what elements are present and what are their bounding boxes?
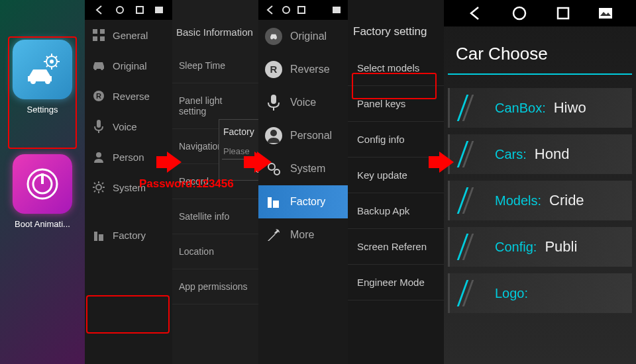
launcher-panel: Settings Boot Animati... — [0, 0, 85, 364]
recent-icon[interactable] — [136, 6, 144, 14]
info-item-sleep-time[interactable]: Sleep Time — [172, 48, 258, 83]
gallery-icon[interactable] — [155, 7, 163, 13]
svg-line-37 — [102, 183, 103, 184]
car-row-logo[interactable]: Logo: — [448, 273, 632, 313]
svg-line-36 — [94, 191, 95, 192]
svg-rect-38 — [94, 232, 97, 241]
svg-rect-51 — [268, 197, 272, 208]
info-item-location[interactable]: Location — [172, 234, 258, 269]
android-nav-bar — [258, 0, 348, 20]
gallery-icon[interactable] — [333, 7, 341, 13]
highlight-box — [8, 36, 77, 149]
person-icon — [265, 127, 282, 144]
sidebar-item-general[interactable]: General — [85, 20, 172, 50]
svg-rect-26 — [97, 120, 101, 128]
gear-icon — [91, 180, 106, 195]
boot-animation-app-label: Boot Animati... — [15, 219, 70, 229]
accent-slash — [462, 187, 474, 214]
sidebar-item-more[interactable]: More — [258, 218, 348, 251]
row-value: Hond — [535, 146, 570, 163]
recent-icon[interactable] — [297, 6, 305, 14]
sidebar-item-personal[interactable]: Personal — [258, 119, 348, 152]
svg-rect-21 — [100, 36, 105, 41]
sidebar-item-label: More — [290, 229, 314, 241]
row-value: Hiwo — [554, 99, 586, 116]
accent-slash — [462, 141, 474, 167]
sidebar-item-reverse[interactable]: RReverse — [85, 81, 172, 111]
svg-point-44 — [274, 38, 276, 40]
svg-point-48 — [270, 130, 277, 136]
accent-slash — [462, 280, 474, 306]
svg-point-29 — [96, 185, 101, 190]
row-label: Models: — [495, 193, 541, 208]
arrow-icon — [257, 152, 272, 173]
info-item-permissions[interactable]: App permissions — [172, 269, 258, 304]
sidebar-item-label: Voice — [290, 97, 316, 109]
row-label: Logo: — [495, 286, 528, 301]
sidebar-item-voice[interactable]: Voice — [85, 111, 172, 142]
car-row-cars[interactable]: Cars:Hond — [448, 134, 632, 174]
grid-icon — [91, 28, 106, 42]
sidebar-item-label: Original — [113, 60, 147, 71]
recent-icon[interactable] — [556, 7, 570, 20]
person-icon — [91, 150, 106, 164]
row-label: Cars: — [495, 147, 527, 162]
settings-sidebar-list: General Original RReverse Voice Person S… — [85, 20, 172, 250]
page-title: Car Choose — [444, 26, 636, 73]
svg-rect-19 — [100, 29, 105, 34]
row-label: CanBox: — [495, 101, 546, 116]
info-item-satellite[interactable]: Satellite info — [172, 199, 258, 234]
svg-text:R: R — [96, 92, 101, 100]
back-icon[interactable] — [95, 5, 104, 15]
sidebar-item-reverse[interactable]: RReverse — [258, 53, 348, 86]
home-icon[interactable] — [511, 5, 527, 21]
svg-point-53 — [513, 7, 525, 19]
panel-title: Basic Information — [172, 0, 258, 48]
android-nav-bar — [444, 0, 636, 26]
sidebar-item-original[interactable]: Original — [85, 50, 172, 81]
factory-item-backup-apk[interactable]: Backup Apk — [348, 193, 444, 229]
svg-line-34 — [94, 183, 95, 184]
sidebar-item-label: Person — [113, 152, 144, 163]
svg-rect-41 — [298, 7, 305, 13]
car-icon — [91, 58, 106, 73]
reverse-icon: R — [265, 61, 282, 78]
factory-item-engineer-mode[interactable]: Engineer Mode — [348, 265, 444, 300]
car-row-canbox[interactable]: CanBox:Hiwo — [448, 88, 632, 128]
sidebar-item-factory[interactable]: Factory — [258, 185, 348, 218]
sidebar-item-factory[interactable]: Factory — [85, 220, 172, 250]
svg-rect-20 — [93, 36, 97, 41]
factory-item-screen-reference[interactable]: Screen Referen — [348, 229, 444, 265]
home-icon[interactable] — [282, 5, 291, 15]
home-icon[interactable] — [115, 5, 125, 15]
gallery-icon[interactable] — [599, 8, 612, 19]
svg-text:R: R — [270, 64, 278, 75]
svg-point-28 — [96, 152, 101, 158]
car-choose-list: CanBox:HiwoCars:HondModels:CrideConfig:P… — [444, 88, 636, 313]
back-icon[interactable] — [468, 6, 482, 21]
svg-rect-54 — [558, 8, 568, 19]
password-hint-text: Password:123456 — [139, 177, 234, 191]
factory-item-config-info[interactable]: Config info — [348, 122, 444, 158]
car-row-config[interactable]: Config:Publi — [448, 227, 632, 267]
svg-line-35 — [102, 191, 103, 192]
sidebar-item-label: General — [113, 30, 148, 41]
factory-settings-panel: Factory setting Select models Panel keys… — [348, 0, 444, 364]
android-nav-bar — [85, 0, 172, 20]
arrow-icon — [167, 152, 182, 173]
svg-rect-55 — [599, 8, 612, 19]
back-icon[interactable] — [266, 5, 275, 15]
sidebar-item-label: Factory — [113, 230, 146, 241]
settings-sidebar-panel-2: Original RReverse Voice Personal System … — [258, 0, 348, 364]
sidebar-item-voice[interactable]: Voice — [258, 86, 348, 119]
sidebar-item-system[interactable]: System — [258, 152, 348, 185]
boot-animation-app-icon[interactable] — [13, 154, 72, 214]
mic-icon — [265, 94, 282, 111]
svg-rect-46 — [271, 95, 276, 104]
car-row-models[interactable]: Models:Cride — [448, 181, 632, 220]
sidebar-item-original[interactable]: Original — [258, 20, 348, 53]
accent-slash — [462, 234, 474, 260]
row-value: Cride — [549, 192, 584, 209]
highlight-box — [86, 295, 170, 334]
factory-icon — [91, 228, 106, 242]
